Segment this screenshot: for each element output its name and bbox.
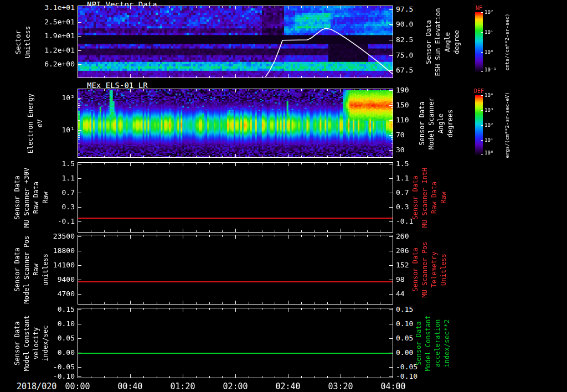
- x-minor-tick: [249, 308, 249, 310]
- x-minor-tick: [249, 76, 249, 78]
- x-minor-tick: [327, 376, 328, 378]
- x-tick: [183, 374, 183, 378]
- y-minor-tick: [391, 105, 393, 106]
- y-tick: [78, 367, 81, 368]
- x-tick: [235, 163, 236, 166]
- x-minor-tick: [91, 230, 91, 232]
- x-minor-tick: [157, 376, 157, 378]
- y-tick-label: 2.5e+01: [39, 18, 75, 26]
- x-tick: [130, 229, 131, 232]
- x-tick: [393, 154, 393, 157]
- x-minor-tick: [209, 6, 210, 8]
- x-tick: [341, 301, 341, 304]
- colorbar-unit-DEF: ergs/(cm**2-sr-sec-eV): [504, 92, 510, 158]
- x-tick-label: 00:40: [111, 381, 150, 391]
- colorbar-tick: [481, 12, 483, 13]
- x-minor-tick: [327, 76, 328, 78]
- y-tick: [78, 294, 81, 295]
- x-minor-tick: [367, 163, 368, 164]
- els-spectrogram-canvas: [78, 89, 393, 157]
- x-tick: [130, 89, 131, 92]
- x-tick-label: 04:00: [374, 381, 413, 391]
- x-tick: [341, 154, 341, 157]
- x-minor-tick: [262, 76, 262, 78]
- y-tick-label: 1.5: [396, 160, 435, 168]
- x-minor-tick: [275, 156, 275, 157]
- x-minor-tick: [196, 302, 197, 304]
- y-tick: [389, 40, 393, 40]
- x-tick: [183, 235, 183, 239]
- x-minor-tick: [91, 156, 91, 157]
- y-tick: [389, 324, 393, 324]
- x-tick: [130, 308, 131, 312]
- x-minor-tick: [157, 235, 157, 237]
- x-tick: [341, 74, 341, 78]
- x-tick: [183, 74, 183, 78]
- y-minor-tick: [78, 111, 80, 111]
- x-minor-tick: [169, 163, 170, 164]
- right-axis-title-0: Sensor Data ESH Sun Elevation Angle degr…: [424, 8, 462, 76]
- x-minor-tick: [354, 376, 354, 378]
- x-minor-tick: [169, 308, 170, 310]
- y-minor-tick: [391, 153, 393, 153]
- x-minor-tick: [327, 156, 328, 157]
- x-minor-tick: [367, 230, 368, 232]
- x-minor-tick: [275, 308, 275, 310]
- y-minor-tick: [391, 103, 393, 104]
- y-minor-tick: [78, 153, 80, 153]
- x-minor-tick: [275, 89, 275, 91]
- x-tick: [235, 154, 236, 157]
- y-minor-tick: [391, 101, 393, 101]
- x-minor-tick: [169, 6, 170, 8]
- x-minor-tick: [262, 302, 262, 304]
- x-minor-tick: [367, 235, 368, 237]
- x-minor-tick: [249, 163, 249, 164]
- x-minor-tick: [222, 235, 223, 237]
- x-minor-tick: [301, 89, 302, 91]
- x-minor-tick: [104, 76, 105, 78]
- y-tick-label: 3.1e+01: [39, 4, 75, 12]
- colorbar-tick-label: 10²: [484, 123, 493, 128]
- x-minor-tick: [169, 235, 170, 237]
- x-minor-tick: [327, 235, 328, 237]
- x-minor-tick: [367, 89, 368, 91]
- colorbar-tick-label: 10⁴: [484, 93, 493, 98]
- x-minor-tick: [222, 6, 223, 8]
- y-tick: [78, 50, 81, 51]
- x-tick: [288, 374, 288, 378]
- colorbar-tick: [481, 71, 483, 72]
- y-tick-label: 0.15: [396, 306, 435, 313]
- x-minor-tick: [315, 76, 315, 78]
- x-minor-tick: [262, 156, 262, 157]
- colorbar-tick-label: 10¹: [484, 138, 493, 143]
- x-minor-tick: [91, 163, 91, 164]
- x-minor-tick: [354, 156, 354, 157]
- x-minor-tick: [262, 308, 262, 310]
- x-tick: [288, 235, 288, 239]
- y-minor-tick: [78, 143, 80, 143]
- x-minor-tick: [301, 376, 302, 378]
- y-minor-tick: [78, 132, 80, 132]
- x-tick: [78, 163, 78, 166]
- y-tick: [78, 221, 81, 222]
- y-tick: [389, 9, 393, 10]
- x-tick: [235, 235, 236, 239]
- y-tick: [389, 251, 393, 251]
- x-minor-tick: [209, 308, 210, 310]
- y-tick: [389, 294, 393, 295]
- colorbar-tick: [481, 52, 483, 53]
- x-minor-tick: [249, 302, 249, 304]
- y-minor-tick: [78, 147, 80, 147]
- x-minor-tick: [157, 230, 157, 232]
- x-minor-tick: [143, 76, 144, 78]
- right-axis-title-1: Sensor Data Model Scanner Angle degrees: [417, 97, 455, 149]
- x-minor-tick: [209, 235, 210, 237]
- x-minor-tick: [262, 376, 262, 378]
- x-minor-tick: [91, 89, 91, 91]
- x-minor-tick: [367, 302, 368, 304]
- right-axis-title-4: Sensor Data Model Constant acceleration …: [414, 315, 452, 371]
- x-minor-tick: [117, 156, 117, 157]
- date-label: 2018/020: [17, 381, 56, 391]
- y-tick: [78, 265, 81, 266]
- x-tick: [183, 6, 183, 9]
